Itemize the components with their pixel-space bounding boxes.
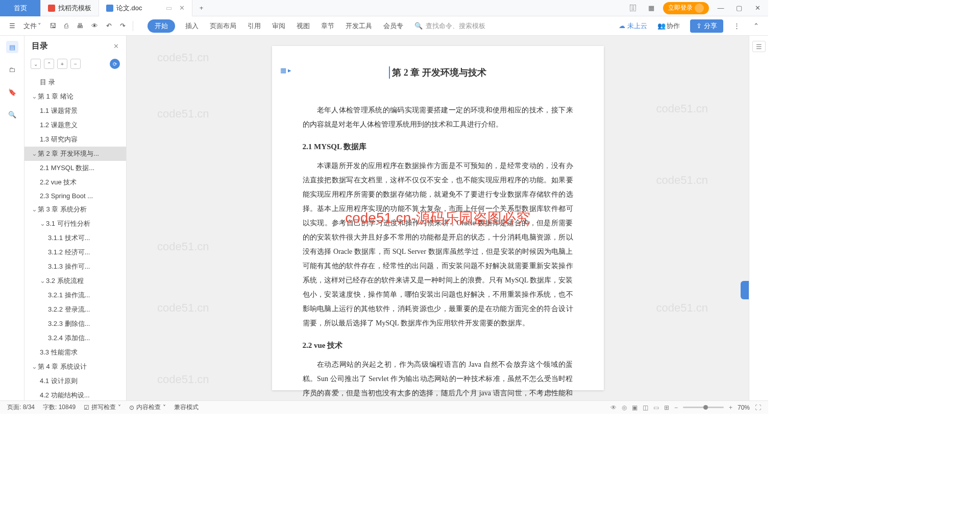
menu-review[interactable]: 审阅 bbox=[271, 19, 286, 33]
search-icon: 🔍 bbox=[414, 22, 423, 30]
expand-all-icon[interactable]: ⌃ bbox=[44, 59, 54, 69]
tab-home[interactable]: 首页 bbox=[0, 0, 41, 16]
eye-icon[interactable]: 👁 bbox=[610, 404, 617, 411]
share-button[interactable]: ⇪ 分享 bbox=[690, 19, 723, 33]
outline-item[interactable]: 3.1.2 经济可... bbox=[24, 245, 126, 259]
outline-item[interactable]: 3.1.1 技术可... bbox=[24, 231, 126, 245]
apps-icon[interactable]: ▦ bbox=[645, 2, 658, 15]
doc-icon bbox=[106, 5, 113, 12]
view1-icon[interactable]: ▣ bbox=[632, 404, 638, 411]
outline-icon[interactable]: ▤ bbox=[6, 41, 18, 53]
tab-label: 找稻壳模板 bbox=[58, 4, 91, 13]
outline-item[interactable]: 2.3 Spring Boot ... bbox=[24, 190, 126, 202]
outline-item[interactable]: 1.1 课题背景 bbox=[24, 104, 126, 118]
close-icon[interactable]: ✕ bbox=[179, 4, 185, 12]
watermark: code51.cn bbox=[656, 102, 708, 115]
tab-template[interactable]: 找稻壳模板 bbox=[41, 0, 99, 16]
doc-heading-1: 第 2 章 开发环境与技术 bbox=[389, 66, 486, 79]
new-tab-button[interactable]: + bbox=[192, 4, 211, 12]
maximize-icon[interactable]: ▢ bbox=[732, 2, 746, 15]
right-rail: ☰ bbox=[749, 36, 768, 400]
menu-insert[interactable]: 插入 bbox=[184, 19, 200, 33]
close-panel-icon[interactable]: ✕ bbox=[113, 42, 119, 50]
search-rail-icon[interactable]: 🔍 bbox=[6, 108, 18, 121]
search-input[interactable]: 🔍查找命令、搜索模板 bbox=[414, 21, 485, 31]
tab-document[interactable]: 论文.doc▭✕ bbox=[99, 0, 192, 16]
menu-layout[interactable]: 页面布局 bbox=[209, 19, 237, 33]
undo-icon[interactable]: ↶ bbox=[103, 20, 115, 32]
add-icon[interactable]: + bbox=[57, 59, 67, 69]
focus-icon[interactable]: ◎ bbox=[622, 404, 627, 411]
cloud-status[interactable]: ☁ 未上云 bbox=[619, 21, 647, 31]
bookmark-rail-icon[interactable]: 🗀 bbox=[6, 63, 18, 76]
outline-item[interactable]: 4.1 设计原则 bbox=[24, 374, 126, 388]
outline-item[interactable]: 3.2.4 添加信... bbox=[24, 331, 126, 345]
outline-item[interactable]: 1.3 研究内容 bbox=[24, 132, 126, 147]
outline-item[interactable]: ⌄3.2 系统流程 bbox=[24, 274, 126, 288]
page-indicator[interactable]: 页面: 8/34 bbox=[7, 403, 35, 412]
coop-button[interactable]: 👥 协作 bbox=[654, 19, 683, 33]
template-icon bbox=[48, 5, 55, 12]
right-edge-tab[interactable] bbox=[741, 281, 749, 299]
page-marker-icon[interactable]: ▦ ▸ bbox=[280, 66, 292, 74]
panel-toggle-icon[interactable]: ☰ bbox=[752, 41, 766, 52]
outline-item[interactable]: 4.2 功能结构设... bbox=[24, 388, 126, 400]
outline-item[interactable]: ⌄第 2 章 开发环境与... bbox=[24, 147, 126, 161]
outline-panel: 目录 ✕ ⌄ ⌃ + − ⟳ 目 录⌄第 1 章 绪论1.1 课题背景1.2 课… bbox=[24, 36, 127, 400]
menu-start[interactable]: 开始 bbox=[148, 19, 175, 33]
fit-icon[interactable]: ⛶ bbox=[755, 404, 761, 411]
zoom-level[interactable]: 70% bbox=[738, 404, 750, 411]
word-count[interactable]: 字数: 10849 bbox=[43, 403, 76, 412]
sync-icon[interactable]: ⟳ bbox=[110, 59, 120, 69]
document-canvas[interactable]: code51.cn code51.cn code51.cn code51.cn … bbox=[127, 36, 749, 400]
outline-item[interactable]: 目 录 bbox=[24, 75, 126, 89]
ribbon-icon[interactable]: 🔖 bbox=[6, 86, 18, 98]
outline-item[interactable]: 1.2 课题意义 bbox=[24, 118, 126, 132]
window-icon[interactable]: ▭ bbox=[166, 4, 172, 12]
outline-item[interactable]: ⌄第 4 章 系统设计 bbox=[24, 360, 126, 374]
print-icon[interactable]: 🖶 bbox=[74, 20, 86, 32]
redo-icon[interactable]: ↷ bbox=[117, 20, 129, 32]
hamburger-icon[interactable]: ☰ bbox=[6, 20, 18, 32]
outline-item[interactable]: 3.2.2 登录流... bbox=[24, 302, 126, 317]
minimize-icon[interactable]: — bbox=[714, 2, 727, 15]
doc-paragraph: 本课题所开发的应用程序在数据操作方面是不可预知的，是经常变动的，没有办法直接把数… bbox=[303, 159, 573, 330]
zoom-slider[interactable] bbox=[683, 407, 724, 408]
outline-item[interactable]: 2.2 vue 技术 bbox=[24, 175, 126, 190]
watermark: code51.cn bbox=[157, 301, 209, 315]
view2-icon[interactable]: ◫ bbox=[643, 404, 648, 411]
outline-item[interactable]: 3.2.1 操作流... bbox=[24, 288, 126, 302]
menu-chapter[interactable]: 章节 bbox=[320, 19, 335, 33]
zoom-in-icon[interactable]: + bbox=[729, 404, 732, 411]
view4-icon[interactable]: ⊞ bbox=[664, 404, 669, 411]
outline-item[interactable]: ⌄3.1 可行性分析 bbox=[24, 217, 126, 231]
tab-label: 论文.doc bbox=[116, 4, 142, 13]
collapse-icon[interactable]: ⌃ bbox=[750, 20, 762, 32]
save-icon[interactable]: 🖫 bbox=[46, 20, 59, 32]
collapse-all-icon[interactable]: ⌄ bbox=[31, 59, 41, 69]
outline-item[interactable]: 3.1.3 操作可... bbox=[24, 259, 126, 274]
zoom-out-icon[interactable]: − bbox=[674, 404, 678, 411]
export-icon[interactable]: ⎙ bbox=[61, 20, 71, 32]
menu-reference[interactable]: 引用 bbox=[247, 19, 262, 33]
view3-icon[interactable]: ▭ bbox=[653, 404, 659, 411]
close-window-icon[interactable]: ✕ bbox=[751, 2, 764, 15]
content-check-button[interactable]: ⊙ 内容检查 ˅ bbox=[129, 403, 166, 412]
outline-item[interactable]: 3.2.3 删除信... bbox=[24, 317, 126, 331]
document-page: ▦ ▸ 第 2 章 开发环境与技术 老年人体检管理系统的编码实现需要搭建一定的环… bbox=[272, 46, 604, 390]
login-button[interactable]: 立即登录 bbox=[663, 2, 709, 14]
spellcheck-button[interactable]: ☑ 拼写检查 ˅ bbox=[84, 403, 121, 412]
outline-item[interactable]: 3.3 性能需求 bbox=[24, 345, 126, 360]
menu-view[interactable]: 视图 bbox=[296, 19, 311, 33]
remove-icon[interactable]: − bbox=[70, 59, 81, 69]
outline-item[interactable]: ⌄第 1 章 绪论 bbox=[24, 89, 126, 104]
file-menu[interactable]: 文件 ˅ bbox=[20, 19, 44, 33]
menu-member[interactable]: 会员专 bbox=[382, 19, 404, 33]
login-label: 立即登录 bbox=[668, 4, 693, 12]
menu-devtools[interactable]: 开发工具 bbox=[345, 19, 373, 33]
more-icon[interactable]: ⋮ bbox=[730, 20, 743, 32]
outline-item[interactable]: 2.1 MYSQL 数据... bbox=[24, 161, 126, 175]
preview-icon[interactable]: 👁 bbox=[88, 20, 101, 32]
layout-icon[interactable]: ⿲ bbox=[626, 2, 640, 15]
outline-item[interactable]: ⌄第 3 章 系统分析 bbox=[24, 202, 126, 217]
